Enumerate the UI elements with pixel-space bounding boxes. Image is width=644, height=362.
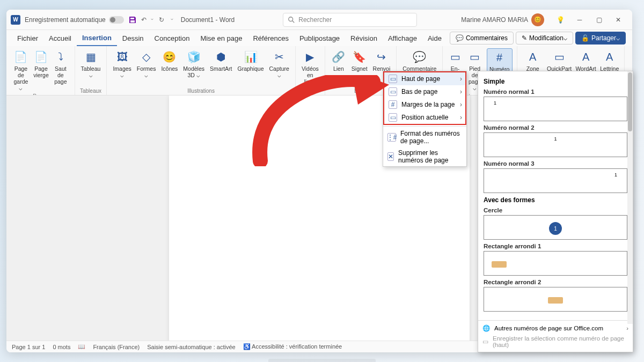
gallery-preview-normal-2[interactable]: 1 bbox=[484, 132, 627, 157]
ribbon-group-label: Tableaux bbox=[79, 88, 103, 94]
help-icon[interactable]: 💡 bbox=[551, 16, 570, 24]
scrollbar[interactable] bbox=[627, 71, 633, 324]
tab-aide[interactable]: Aide bbox=[422, 30, 447, 46]
close-button[interactable]: ✕ bbox=[609, 10, 628, 29]
tab-insertion[interactable]: Insertion bbox=[77, 30, 117, 46]
gallery-section-shapes: Avec des formes bbox=[484, 196, 627, 204]
ribbon-icon: 🧊 bbox=[186, 49, 201, 64]
minimize-button[interactable]: ─ bbox=[570, 10, 589, 29]
gallery-preview-rect-1[interactable] bbox=[484, 251, 627, 276]
ribbon-icon: ▭ bbox=[448, 49, 463, 64]
page-number-gallery: Simple Numéro normal 1 1 Numéro normal 2… bbox=[478, 71, 633, 352]
save-icon[interactable] bbox=[128, 16, 137, 24]
ribbon-icon: ▭ bbox=[467, 49, 482, 64]
ribbon-button[interactable]: ↪Renvoi bbox=[371, 48, 392, 73]
svg-point-0 bbox=[289, 17, 293, 21]
page-number-dropdown: ▭Haut de page› ▭Bas de page› #Marges de … bbox=[383, 71, 467, 167]
ribbon-button[interactable]: 📄Page degarde ⌵ bbox=[11, 48, 31, 92]
ribbon-button[interactable]: 📄Pagevierge bbox=[33, 48, 49, 79]
gallery-preview-rect-2[interactable] bbox=[484, 287, 627, 312]
ribbon-button[interactable]: 🖼Images⌵ bbox=[111, 48, 133, 79]
autosave-toggle[interactable]: Enregistrement automatique bbox=[25, 16, 124, 24]
ribbon-icon: ✂ bbox=[272, 49, 287, 64]
tab-revision[interactable]: Révision bbox=[345, 30, 383, 46]
tab-fichier[interactable]: Fichier bbox=[12, 30, 43, 46]
taskbar-hint bbox=[268, 359, 376, 362]
ribbon-group: 📄Page degarde ⌵📄Pagevierge⤵Saut depagePa… bbox=[6, 46, 75, 95]
user-account[interactable]: Marine AMARO MARIA 😊 bbox=[461, 13, 544, 26]
ribbon-icon: 📊 bbox=[243, 49, 258, 64]
autosave-label: Enregistrement automatique bbox=[25, 16, 106, 24]
tab-mise-en-page[interactable]: Mise en page bbox=[195, 30, 247, 46]
comments-button[interactable]: 💬Commentaires bbox=[450, 32, 514, 45]
ribbon-button-label: Lien⌵ bbox=[333, 65, 344, 78]
status-page[interactable]: Page 1 sur 1 bbox=[12, 344, 45, 350]
gallery-section-simple: Simple bbox=[484, 78, 627, 85]
tab-conception[interactable]: Conception bbox=[149, 30, 195, 46]
ribbon-button-label: Vidéosen ligne bbox=[302, 65, 319, 85]
ribbon-button[interactable]: ⤵Saut depage bbox=[51, 48, 70, 86]
ribbon-icon: 💬 bbox=[412, 49, 427, 64]
ribbon-button[interactable]: 😊Icônes bbox=[159, 48, 179, 73]
gallery-footer: 🌐Autres numéros de page sur Office.com› … bbox=[478, 320, 633, 352]
ribbon-icon: ▭ bbox=[552, 49, 567, 64]
search-input[interactable]: Rechercher bbox=[283, 13, 417, 27]
status-language[interactable]: Français (France) bbox=[93, 344, 140, 350]
tab-dessin[interactable]: Dessin bbox=[117, 30, 149, 46]
share-button[interactable]: 🔓Partager ⌵ bbox=[575, 32, 626, 45]
ribbon-button[interactable]: 📊Graphique bbox=[236, 48, 265, 73]
dropdown-item-bas-de-page[interactable]: ▭Bas de page› bbox=[384, 85, 465, 98]
ribbon-button-label: Signet bbox=[352, 65, 368, 72]
status-autocomplete[interactable]: Saisie semi-automatique : activée bbox=[147, 344, 235, 350]
save-selection-icon: ▭ bbox=[482, 338, 488, 345]
gallery-item-label: Numéro normal 2 bbox=[484, 124, 627, 131]
ribbon-button-label: Saut depage bbox=[53, 65, 68, 85]
dropdown-item-haut-de-page[interactable]: ▭Haut de page› bbox=[384, 72, 465, 85]
ribbon-button-label: Pagevierge bbox=[33, 65, 49, 78]
ribbon-icon: 😊 bbox=[162, 49, 177, 64]
current-position-icon: ▭ bbox=[389, 113, 397, 122]
ribbon-button[interactable]: ✂Capture⌵ bbox=[268, 48, 291, 79]
page-bottom-icon: ▭ bbox=[389, 87, 397, 96]
status-words[interactable]: 0 mots bbox=[53, 344, 70, 350]
tab-accueil[interactable]: Accueil bbox=[43, 30, 77, 46]
chevron-right-icon: › bbox=[460, 75, 462, 83]
chevron-right-icon: › bbox=[460, 101, 462, 108]
status-accessibility[interactable]: ♿ Accessibilité : vérification terminée bbox=[243, 343, 342, 350]
ribbon-button[interactable]: ◇Formes⌵ bbox=[135, 48, 158, 79]
maximize-button[interactable]: ▢ bbox=[589, 10, 609, 29]
ribbon-button[interactable]: ▦Tableau⌵ bbox=[79, 48, 103, 79]
gallery-preview-normal-1[interactable]: 1 bbox=[484, 97, 627, 121]
gallery-item-label: Numéro normal 1 bbox=[484, 88, 627, 95]
ribbon-button-label: Modèles3D ⌵ bbox=[183, 65, 204, 78]
ribbon-button[interactable]: 🧊Modèles3D ⌵ bbox=[181, 48, 206, 79]
ribbon-icon: 📄 bbox=[34, 49, 49, 64]
dropdown-item-supprimer[interactable]: ✕Supprimer les numéros de page bbox=[383, 147, 466, 166]
ribbon-button[interactable]: ⬢SmartArt bbox=[208, 48, 233, 73]
ribbon-button-label: Page degarde ⌵ bbox=[12, 65, 30, 91]
gallery-preview-circle[interactable]: 1 bbox=[484, 215, 627, 240]
toggle-switch-icon[interactable] bbox=[109, 16, 124, 24]
ribbon-button[interactable]: 🔖Signet bbox=[350, 48, 369, 73]
tab-publipostage[interactable]: Publipostage bbox=[294, 30, 345, 46]
ribbon-group: ▶Vidéosen ligneMédia bbox=[296, 46, 325, 95]
status-spellcheck-icon[interactable]: 📖 bbox=[78, 343, 85, 350]
ribbon-group-label: Illustrations bbox=[111, 88, 291, 94]
gallery-item-label: Rectangle arrondi 1 bbox=[484, 243, 627, 249]
ribbon-button[interactable]: 🔗Lien⌵ bbox=[330, 48, 348, 79]
ribbon-icon: # bbox=[492, 50, 507, 65]
dropdown-item-marges[interactable]: #Marges de la page› bbox=[384, 98, 465, 111]
dropdown-item-format[interactable]: ⋮#Format des numéros de page... bbox=[383, 128, 466, 147]
tab-affichage[interactable]: Affichage bbox=[383, 30, 422, 46]
dropdown-item-position-actuelle[interactable]: ▭Position actuelle› bbox=[384, 111, 465, 124]
editing-mode-button[interactable]: ✎Modification ⌵ bbox=[516, 32, 573, 45]
gallery-more-office[interactable]: 🌐Autres numéros de page sur Office.com› bbox=[482, 323, 628, 334]
ribbon-icon: A bbox=[602, 49, 617, 64]
tab-references[interactable]: Références bbox=[247, 30, 294, 46]
ribbon-icon: ⤵ bbox=[53, 49, 68, 64]
redo-icon[interactable]: ↻ bbox=[159, 16, 164, 24]
gallery-preview-normal-3[interactable]: 1 bbox=[484, 168, 627, 193]
undo-icon[interactable]: ↶ bbox=[141, 16, 147, 24]
ribbon-button[interactable]: 💬Commentaire bbox=[401, 48, 438, 73]
ribbon-button[interactable]: ▶Vidéosen ligne bbox=[300, 48, 320, 86]
